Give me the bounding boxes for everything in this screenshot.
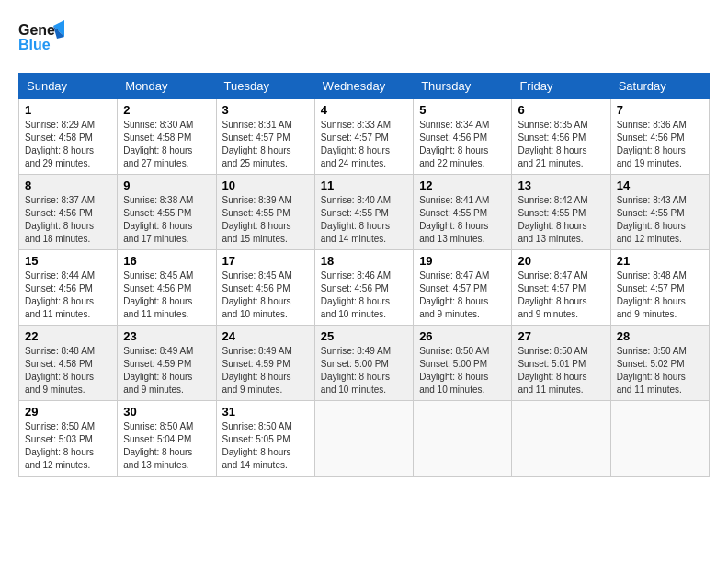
calendar-week-5: 29Sunrise: 8:50 AMSunset: 5:03 PMDayligh…	[19, 401, 710, 477]
day-number: 12	[419, 178, 506, 192]
day-number: 11	[321, 178, 407, 192]
day-number: 25	[321, 329, 407, 343]
day-number: 1	[25, 103, 111, 117]
calendar-cell: 6Sunrise: 8:35 AMSunset: 4:56 PMDaylight…	[512, 99, 610, 175]
calendar-cell: 8Sunrise: 8:37 AMSunset: 4:56 PMDaylight…	[19, 175, 118, 250]
logo-icon: General Blue	[18, 18, 64, 60]
calendar-cell: 2Sunrise: 8:30 AMSunset: 4:58 PMDaylight…	[118, 99, 216, 175]
day-info: Sunrise: 8:39 AMSunset: 4:55 PMDaylight:…	[222, 194, 309, 246]
day-number: 27	[518, 329, 604, 343]
calendar-header-row: SundayMondayTuesdayWednesdayThursdayFrid…	[19, 74, 710, 99]
header-monday: Monday	[118, 74, 216, 99]
calendar-week-4: 22Sunrise: 8:48 AMSunset: 4:58 PMDayligh…	[19, 326, 710, 401]
calendar-cell: 5Sunrise: 8:34 AMSunset: 4:56 PMDaylight…	[414, 99, 512, 175]
day-info: Sunrise: 8:47 AMSunset: 4:57 PMDaylight:…	[419, 270, 506, 321]
day-number: 28	[617, 329, 703, 343]
day-number: 2	[123, 103, 210, 117]
header-friday: Friday	[512, 74, 610, 99]
day-info: Sunrise: 8:38 AMSunset: 4:55 PMDaylight:…	[123, 194, 210, 246]
day-number: 24	[222, 329, 309, 343]
day-number: 16	[123, 254, 210, 268]
calendar-cell: 29Sunrise: 8:50 AMSunset: 5:03 PMDayligh…	[19, 401, 118, 477]
calendar-cell: 16Sunrise: 8:45 AMSunset: 4:56 PMDayligh…	[118, 250, 216, 326]
day-number: 20	[518, 254, 604, 268]
day-info: Sunrise: 8:30 AMSunset: 4:58 PMDaylight:…	[123, 119, 210, 170]
calendar-cell: 17Sunrise: 8:45 AMSunset: 4:56 PMDayligh…	[216, 250, 314, 326]
calendar-week-2: 8Sunrise: 8:37 AMSunset: 4:56 PMDaylight…	[19, 175, 710, 250]
calendar-cell: 15Sunrise: 8:44 AMSunset: 4:56 PMDayligh…	[19, 250, 118, 326]
calendar-cell: 19Sunrise: 8:47 AMSunset: 4:57 PMDayligh…	[414, 250, 512, 326]
day-number: 17	[222, 254, 309, 268]
day-number: 8	[25, 178, 111, 192]
page-header: General Blue	[18, 18, 710, 63]
day-info: Sunrise: 8:50 AMSunset: 5:01 PMDaylight:…	[518, 345, 604, 396]
day-info: Sunrise: 8:35 AMSunset: 4:56 PMDaylight:…	[518, 119, 604, 170]
calendar-cell	[610, 401, 709, 477]
calendar-cell: 24Sunrise: 8:49 AMSunset: 4:59 PMDayligh…	[216, 326, 314, 401]
day-info: Sunrise: 8:42 AMSunset: 4:55 PMDaylight:…	[518, 194, 604, 246]
calendar-cell: 3Sunrise: 8:31 AMSunset: 4:57 PMDaylight…	[216, 99, 314, 175]
day-info: Sunrise: 8:44 AMSunset: 4:56 PMDaylight:…	[25, 270, 111, 321]
day-info: Sunrise: 8:50 AMSunset: 5:02 PMDaylight:…	[617, 345, 703, 396]
calendar-cell: 22Sunrise: 8:48 AMSunset: 4:58 PMDayligh…	[19, 326, 118, 401]
day-number: 22	[25, 329, 111, 343]
day-info: Sunrise: 8:47 AMSunset: 4:57 PMDaylight:…	[518, 270, 604, 321]
day-number: 21	[617, 254, 703, 268]
day-info: Sunrise: 8:41 AMSunset: 4:55 PMDaylight:…	[419, 194, 506, 246]
calendar-cell: 18Sunrise: 8:46 AMSunset: 4:56 PMDayligh…	[314, 250, 413, 326]
calendar-cell: 20Sunrise: 8:47 AMSunset: 4:57 PMDayligh…	[512, 250, 610, 326]
day-info: Sunrise: 8:48 AMSunset: 4:58 PMDaylight:…	[25, 345, 111, 396]
day-info: Sunrise: 8:43 AMSunset: 4:55 PMDaylight:…	[617, 194, 703, 246]
day-number: 7	[617, 103, 703, 117]
calendar-table: SundayMondayTuesdayWednesdayThursdayFrid…	[18, 73, 710, 477]
calendar-cell: 30Sunrise: 8:50 AMSunset: 5:04 PMDayligh…	[118, 401, 216, 477]
calendar-cell: 9Sunrise: 8:38 AMSunset: 4:55 PMDaylight…	[118, 175, 216, 250]
day-number: 5	[419, 103, 506, 117]
calendar-cell: 12Sunrise: 8:41 AMSunset: 4:55 PMDayligh…	[414, 175, 512, 250]
day-number: 13	[518, 178, 604, 192]
day-info: Sunrise: 8:45 AMSunset: 4:56 PMDaylight:…	[123, 270, 210, 321]
day-info: Sunrise: 8:40 AMSunset: 4:55 PMDaylight:…	[321, 194, 407, 246]
header-sunday: Sunday	[19, 74, 118, 99]
day-info: Sunrise: 8:50 AMSunset: 5:04 PMDaylight:…	[123, 420, 210, 472]
day-info: Sunrise: 8:45 AMSunset: 4:56 PMDaylight:…	[222, 270, 309, 321]
day-number: 29	[25, 405, 111, 419]
logo: General Blue	[18, 18, 64, 63]
calendar-week-3: 15Sunrise: 8:44 AMSunset: 4:56 PMDayligh…	[19, 250, 710, 326]
day-number: 19	[419, 254, 506, 268]
day-info: Sunrise: 8:48 AMSunset: 4:57 PMDaylight:…	[617, 270, 703, 321]
day-number: 4	[321, 103, 407, 117]
calendar-cell: 31Sunrise: 8:50 AMSunset: 5:05 PMDayligh…	[216, 401, 314, 477]
day-info: Sunrise: 8:29 AMSunset: 4:58 PMDaylight:…	[25, 119, 111, 170]
calendar-cell: 25Sunrise: 8:49 AMSunset: 5:00 PMDayligh…	[314, 326, 413, 401]
day-info: Sunrise: 8:49 AMSunset: 4:59 PMDaylight:…	[123, 345, 210, 396]
calendar-cell: 26Sunrise: 8:50 AMSunset: 5:00 PMDayligh…	[414, 326, 512, 401]
calendar-cell: 11Sunrise: 8:40 AMSunset: 4:55 PMDayligh…	[314, 175, 413, 250]
header-saturday: Saturday	[610, 74, 709, 99]
day-info: Sunrise: 8:37 AMSunset: 4:56 PMDaylight:…	[25, 194, 111, 246]
day-info: Sunrise: 8:49 AMSunset: 4:59 PMDaylight:…	[222, 345, 309, 396]
day-number: 6	[518, 103, 604, 117]
day-number: 3	[222, 103, 309, 117]
calendar-cell: 23Sunrise: 8:49 AMSunset: 4:59 PMDayligh…	[118, 326, 216, 401]
day-number: 14	[617, 178, 703, 192]
day-info: Sunrise: 8:50 AMSunset: 5:03 PMDaylight:…	[25, 420, 111, 472]
day-number: 15	[25, 254, 111, 268]
day-number: 23	[123, 329, 210, 343]
day-number: 10	[222, 178, 309, 192]
day-info: Sunrise: 8:50 AMSunset: 5:05 PMDaylight:…	[222, 420, 309, 472]
day-number: 31	[222, 405, 309, 419]
calendar-cell: 28Sunrise: 8:50 AMSunset: 5:02 PMDayligh…	[610, 326, 709, 401]
day-info: Sunrise: 8:34 AMSunset: 4:56 PMDaylight:…	[419, 119, 506, 170]
day-number: 26	[419, 329, 506, 343]
calendar-cell: 27Sunrise: 8:50 AMSunset: 5:01 PMDayligh…	[512, 326, 610, 401]
header-tuesday: Tuesday	[216, 74, 314, 99]
calendar-cell: 10Sunrise: 8:39 AMSunset: 4:55 PMDayligh…	[216, 175, 314, 250]
day-info: Sunrise: 8:33 AMSunset: 4:57 PMDaylight:…	[321, 119, 407, 170]
calendar-cell	[414, 401, 512, 477]
calendar-cell: 13Sunrise: 8:42 AMSunset: 4:55 PMDayligh…	[512, 175, 610, 250]
day-number: 18	[321, 254, 407, 268]
day-number: 9	[123, 178, 210, 192]
day-info: Sunrise: 8:36 AMSunset: 4:56 PMDaylight:…	[617, 119, 703, 170]
calendar-cell: 4Sunrise: 8:33 AMSunset: 4:57 PMDaylight…	[314, 99, 413, 175]
